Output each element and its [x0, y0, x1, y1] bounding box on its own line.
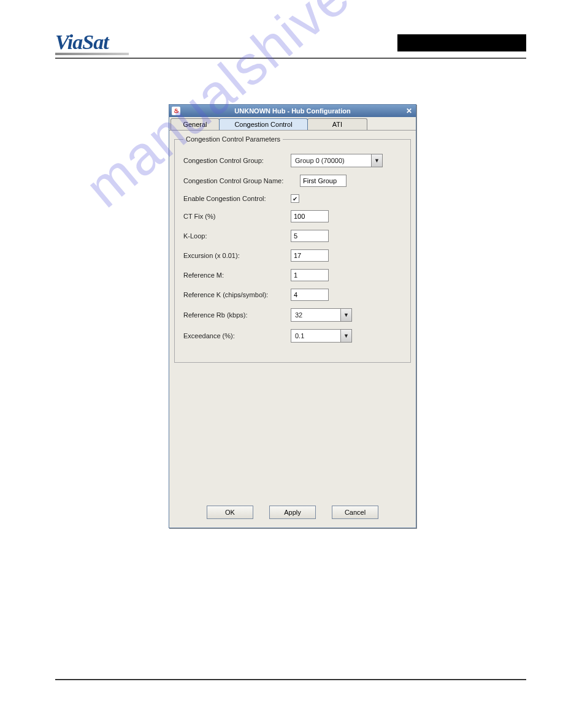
- chevron-down-icon[interactable]: ▼: [371, 154, 382, 167]
- apply-button[interactable]: Apply: [269, 506, 316, 519]
- group-name-input[interactable]: [300, 175, 347, 187]
- refk-input[interactable]: [291, 289, 329, 301]
- excursion-input[interactable]: [291, 249, 329, 262]
- redaction-box: [397, 34, 526, 51]
- tab-ati[interactable]: ATI: [307, 118, 367, 130]
- kloop-input[interactable]: [291, 230, 329, 242]
- congestion-parameters-fieldset: Congestion Control Parameters Congestion…: [174, 135, 411, 363]
- tab-bar: General Congestion Control ATI: [169, 117, 416, 131]
- dialog-body: Congestion Control Parameters Congestion…: [169, 131, 416, 498]
- cancel-button[interactable]: Cancel: [332, 506, 378, 519]
- enable-label: Enable Congestion Control:: [183, 195, 291, 202]
- chevron-down-icon[interactable]: ▼: [340, 309, 351, 321]
- fieldset-legend: Congestion Control Parameters: [183, 135, 283, 143]
- ok-button[interactable]: OK: [207, 506, 253, 519]
- exceed-select[interactable]: 0.1 ▼: [291, 329, 352, 343]
- kloop-label: K-Loop:: [183, 232, 291, 240]
- footer-rule: [55, 679, 526, 680]
- exceed-label: Exceedance (%):: [183, 332, 291, 339]
- page-header: ViaSat: [55, 28, 526, 59]
- refm-label: Reference M:: [183, 271, 291, 279]
- tab-general[interactable]: General: [170, 118, 220, 130]
- refm-input[interactable]: [291, 269, 329, 281]
- refk-label: Reference K (chips/symbol):: [183, 291, 291, 298]
- chevron-down-icon[interactable]: ▼: [340, 330, 351, 342]
- refrb-label: Reference Rb (kbps):: [183, 311, 291, 319]
- ctfix-label: CT Fix (%): [183, 213, 291, 220]
- hub-config-dialog: ♨ UNKNOWN Hub - Hub Configuration ✕ Gene…: [169, 104, 416, 528]
- excursion-label: Excursion (x 0.01):: [183, 252, 291, 259]
- enable-checkbox[interactable]: ✔: [291, 194, 299, 203]
- group-value: Group 0 (70000): [291, 157, 371, 164]
- ctfix-input[interactable]: [291, 210, 329, 222]
- name-label: Congestion Control Group Name:: [183, 177, 300, 184]
- logo-block: ViaSat: [55, 31, 129, 55]
- group-select[interactable]: Group 0 (70000) ▼: [291, 154, 383, 167]
- java-icon: ♨: [172, 107, 180, 115]
- button-row: OK Apply Cancel: [169, 498, 416, 528]
- viasat-logo: ViaSat: [55, 31, 129, 54]
- group-label: Congestion Control Group:: [183, 157, 291, 164]
- exceed-value: 0.1: [291, 332, 340, 339]
- refrb-select[interactable]: 32 ▼: [291, 308, 352, 322]
- close-icon[interactable]: ✕: [406, 107, 412, 115]
- refrb-value: 32: [291, 311, 340, 319]
- titlebar: ♨ UNKNOWN Hub - Hub Configuration ✕: [169, 105, 416, 117]
- window-title: UNKNOWN Hub - Hub Configuration: [234, 107, 350, 115]
- tab-congestion-control[interactable]: Congestion Control: [219, 118, 308, 130]
